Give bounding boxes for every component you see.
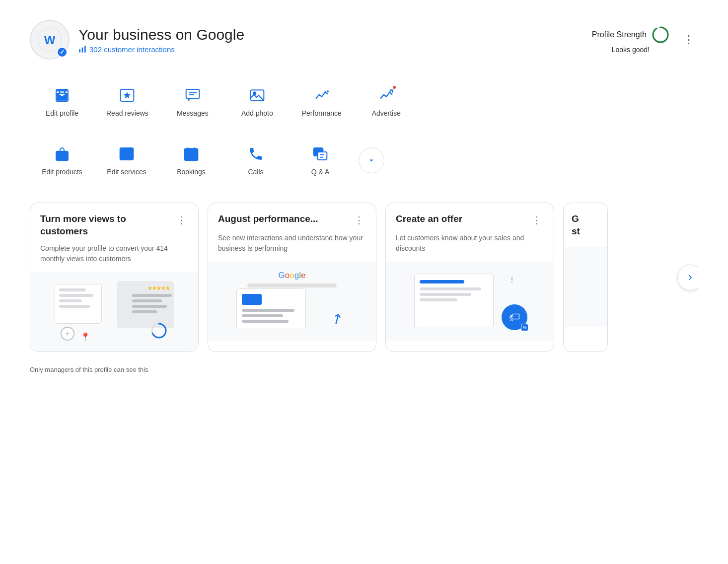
- svg-rect-28: [318, 152, 327, 160]
- profile-strength-top: Profile Strength: [592, 26, 669, 44]
- icon-calls[interactable]: Calls: [223, 136, 288, 185]
- card-performance: August performance... ⋮ See new interact…: [208, 203, 376, 352]
- card-views-description: Complete your profile to convert your 41…: [40, 243, 188, 264]
- photo-icon: [248, 86, 266, 104]
- svg-rect-11: [186, 89, 199, 99]
- illus-add-btn: +: [61, 327, 74, 341]
- card-performance-menu-button[interactable]: ⋮: [352, 213, 366, 227]
- card-performance-description: See new interactions and understand how …: [218, 233, 366, 254]
- customer-interactions-link[interactable]: 302 customer interactions: [78, 45, 244, 54]
- qa-icon: [311, 145, 329, 163]
- card-performance-illustration: Google ↗: [208, 262, 376, 341]
- illus-doc-dots: ⋮: [509, 276, 515, 283]
- svg-rect-4: [84, 46, 86, 52]
- illus-tag-icon: 🏷 %: [502, 304, 527, 330]
- icon-bookings[interactable]: Bookings: [159, 136, 223, 185]
- phone-icon: [247, 145, 265, 163]
- card-partial-illustration: [564, 247, 607, 327]
- card-partial: Gst: [563, 203, 608, 352]
- calls-label: Calls: [248, 168, 263, 176]
- illus-location: 📍: [80, 332, 90, 342]
- card-views-illustration: ★★★★★ + 📍: [30, 272, 198, 352]
- icon-qa[interactable]: Q & A: [288, 136, 353, 185]
- performance-label: Performance: [302, 109, 342, 117]
- icon-edit-services[interactable]: Edit services: [94, 136, 159, 185]
- card-views-menu-button[interactable]: ⋮: [174, 213, 188, 227]
- svg-rect-2: [79, 49, 80, 53]
- svg-point-16: [327, 90, 329, 92]
- icon-edit-profile[interactable]: Edit profile: [30, 77, 94, 126]
- icon-performance[interactable]: Performance: [290, 77, 354, 126]
- card-views: Turn more views to customers ⋮ Complete …: [30, 203, 199, 352]
- svg-point-6: [653, 27, 668, 42]
- profile-strength: Profile Strength Looks good!: [592, 26, 669, 54]
- performance-icon: [313, 86, 331, 104]
- more-options-button[interactable]: ⋮: [679, 31, 698, 48]
- illus-perf-doc: [236, 288, 306, 329]
- bookings-label: Bookings: [177, 168, 206, 176]
- card-offer-header: Create an offer ⋮: [396, 213, 544, 227]
- header-right: Profile Strength Looks good! ⋮: [592, 26, 698, 54]
- card-views-header: Turn more views to customers ⋮: [40, 213, 188, 237]
- svg-point-26: [190, 155, 192, 157]
- read-reviews-label: Read reviews: [106, 109, 148, 117]
- card-offer-illustration: ⋮ 🏷 %: [386, 262, 554, 341]
- icon-advertise[interactable]: Advertise: [354, 77, 419, 126]
- header-info: Your business on Google 302 customer int…: [78, 26, 244, 54]
- card-performance-header: August performance... ⋮: [218, 213, 366, 227]
- card-partial-content: Gst: [564, 203, 607, 247]
- edit-services-label: Edit services: [107, 168, 146, 176]
- edit-products-label: Edit products: [42, 168, 82, 176]
- illus-progress: [150, 322, 168, 342]
- footer-note: Only managers of this profile can see th…: [30, 366, 698, 373]
- card-performance-content: August performance... ⋮ See new interact…: [208, 203, 376, 262]
- icon-read-reviews[interactable]: Read reviews: [94, 77, 160, 126]
- card-views-content: Turn more views to customers ⋮ Complete …: [30, 203, 198, 272]
- illus-search-bar: [247, 283, 337, 287]
- looks-good-label: Looks good!: [612, 46, 650, 54]
- card-performance-title: August performance...: [218, 213, 352, 225]
- card-offer: Create an offer ⋮ Let customers know abo…: [385, 203, 554, 352]
- advertise-icon-container: [377, 86, 395, 104]
- edit-profile-label: Edit profile: [46, 109, 78, 117]
- add-photo-label: Add photo: [241, 109, 273, 117]
- cards-container: Turn more views to customers ⋮ Complete …: [30, 203, 698, 352]
- google-logo-text: Google: [279, 271, 306, 281]
- business-logo: W ✓: [30, 20, 70, 60]
- icon-edit-products[interactable]: Edit products: [30, 136, 94, 185]
- cards-next-button[interactable]: [677, 265, 698, 290]
- calendar-icon: [182, 145, 200, 163]
- card-offer-description: Let customers know about your sales and …: [396, 233, 544, 254]
- header-left: W ✓ Your business on Google 302 customer…: [30, 20, 244, 60]
- illus-tag-container: 🏷 %: [502, 304, 527, 330]
- card-partial-title: Gst: [572, 213, 599, 237]
- message-icon: [184, 86, 202, 104]
- illus-offer-doc: [414, 274, 494, 328]
- illus-percent: %: [521, 324, 528, 331]
- icons-row1: Edit profile Read reviews Messages: [30, 77, 698, 126]
- offer-illustration: ⋮ 🏷 %: [405, 267, 534, 336]
- card-offer-title: Create an offer: [396, 213, 530, 225]
- page-header: W ✓ Your business on Google 302 customer…: [30, 20, 698, 60]
- qa-label: Q & A: [311, 168, 330, 176]
- expand-icons-button[interactable]: [359, 147, 384, 173]
- star-icon: [118, 86, 136, 104]
- icon-messages[interactable]: Messages: [160, 77, 225, 126]
- card-views-title: Turn more views to customers: [40, 213, 174, 237]
- store-icon: [53, 86, 71, 104]
- page-title: Your business on Google: [78, 26, 244, 43]
- svg-rect-3: [82, 48, 83, 53]
- notification-dot: [392, 85, 397, 90]
- svg-text:W: W: [44, 33, 56, 47]
- icon-add-photo[interactable]: Add photo: [225, 77, 290, 126]
- illus-doc-lines: [132, 294, 172, 313]
- card-offer-menu-button[interactable]: ⋮: [530, 213, 544, 227]
- messages-label: Messages: [177, 109, 209, 117]
- interactions-count: 302 customer interactions: [89, 45, 175, 54]
- svg-marker-10: [124, 92, 131, 98]
- illus-arrow: ↗: [328, 309, 346, 329]
- svg-rect-17: [56, 151, 68, 161]
- card-offer-content: Create an offer ⋮ Let customers know abo…: [386, 203, 554, 262]
- illus-stars: ★★★★★: [147, 285, 170, 291]
- views-illustration: ★★★★★ + 📍: [50, 277, 179, 347]
